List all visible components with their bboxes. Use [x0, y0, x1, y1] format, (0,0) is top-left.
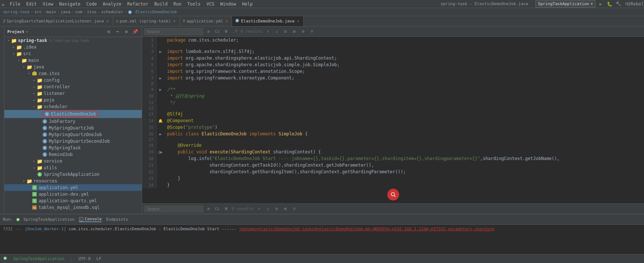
search-settings-icon[interactable]: ⚙	[300, 28, 307, 35]
java-icon-myspringtask: C	[42, 145, 48, 151]
search-sync-icon[interactable]: ⇄	[205, 28, 212, 35]
search-case-icon[interactable]: Cc	[214, 28, 221, 35]
run-label: Run: SpringTaskApplication	[3, 217, 75, 222]
sidebar-settings-icon[interactable]: ⚙	[123, 28, 130, 35]
search-next-icon[interactable]: ↓	[274, 28, 280, 35]
search-funnel-icon[interactable]: ▽	[309, 28, 315, 35]
search-filter-icon[interactable]: ⊞	[291, 28, 298, 35]
tab-close-elastic[interactable]: ×	[296, 19, 300, 24]
breadcrumb-src[interactable]: src	[34, 10, 41, 14]
tab-icon-spring-quartz: J	[3, 19, 5, 23]
breadcrumb-com[interactable]: com	[75, 10, 82, 14]
tree-utils[interactable]: ▸ 📁 utils	[4, 164, 142, 171]
tree-myspringquartz[interactable]: C MySpringQuartzJob	[4, 125, 142, 131]
tree-remindjob[interactable]: C RemindJob	[4, 151, 142, 158]
editor-search-input[interactable]	[144, 28, 203, 35]
search-word-icon[interactable]: W	[223, 28, 229, 35]
sidebar-collapse-icon[interactable]: —	[114, 28, 121, 35]
menu-refactor[interactable]: Refactor	[124, 0, 151, 8]
tree-listener[interactable]: ▸ 📁 listener	[4, 90, 142, 97]
run-button[interactable]: ▶	[597, 0, 604, 8]
bottom-funnel2-icon[interactable]: ▽	[291, 206, 298, 212]
project-toggle[interactable]: Project	[7, 29, 24, 34]
tree-idea[interactable]: ▸ 📁 .idea	[4, 44, 142, 50]
bottom-search-input[interactable]	[144, 206, 203, 212]
code-line-12: 12	[142, 106, 644, 111]
breadcrumb-java[interactable]: java	[61, 10, 70, 14]
tree-elasticdemo[interactable]: C ElasticDemoOneJob	[4, 110, 142, 118]
bottom-next-icon[interactable]: ↓	[265, 206, 271, 212]
menu-vcs[interactable]: VCS	[203, 0, 217, 8]
tab-close-yaml[interactable]: ×	[224, 19, 229, 24]
tree-pojo[interactable]: ▸ 📁 pojo	[4, 97, 142, 103]
run-log-details: jobname=elasticDemoOneJob,taskid=elastic…	[239, 227, 494, 231]
bottom-settings2-icon[interactable]: ⊞	[282, 206, 289, 212]
tab-elastic-demo[interactable]: E ElasticDemoOneJob.java ×	[232, 16, 304, 26]
tree-myspringquartzOne[interactable]: C MySpringQuartzOneJob	[4, 131, 142, 138]
tree-appdevyml[interactable]: Y application-dev.yml	[4, 191, 142, 198]
bottom-word-icon[interactable]: W	[223, 206, 229, 212]
sidebar-gear-icon[interactable]: ⚙	[105, 28, 112, 35]
tree-resources[interactable]: ▾ 📁 resources	[4, 178, 142, 184]
floating-search-button[interactable]	[387, 189, 399, 200]
tree-springtaskapplication[interactable]: A SpringTaskApplication	[4, 171, 142, 178]
tab-application-yml[interactable]: Y application.yml ×	[180, 16, 232, 26]
breadcrumb-itxs[interactable]: itxs	[87, 10, 97, 14]
code-line-22: 22 shardingContext.getShardingItem(),sha…	[142, 168, 644, 175]
tab-close-pom[interactable]: ×	[172, 19, 177, 24]
run-app-name: SpringTaskApplication	[23, 217, 75, 222]
menu-tools[interactable]: Tools	[184, 0, 203, 8]
code-editor[interactable]: 1 package com.itxs.scheduler; 2 3 ▶	[142, 37, 644, 203]
folder-icon-root: 📁	[11, 38, 17, 43]
console-tab[interactable]: >_ Console	[79, 217, 102, 222]
menu-window[interactable]: Window	[217, 0, 239, 8]
tree-scheduler[interactable]: ▾ 📁 scheduler	[4, 103, 142, 110]
debug-button[interactable]: 🐛	[606, 0, 613, 8]
tree-myspringtask[interactable]: C MySpringTask	[4, 145, 142, 151]
menu-navigate[interactable]: Navigate	[56, 0, 83, 8]
tab-spring-quartz[interactable]: J SpringQuartzYamlApplicationListener.ja…	[0, 16, 113, 26]
tree-jobfactory[interactable]: C JobFactory	[4, 118, 142, 125]
menu-run[interactable]: Run	[170, 0, 184, 8]
tree-myspringquartzSecond[interactable]: C MySpringQuartzSecondJob	[4, 138, 142, 145]
bottom-prev-icon[interactable]: ↑	[256, 206, 263, 212]
tree-root[interactable]: ▾ 📁 spring-task G:\dev\spring-task	[4, 37, 142, 44]
build-button[interactable]: 🔨	[615, 0, 622, 8]
search-match-case-icon[interactable]: ⊡	[282, 28, 289, 35]
breadcrumb-scheduler[interactable]: scheduler	[101, 10, 123, 14]
breadcrumb-project[interactable]: spring-task	[3, 10, 30, 14]
menu-analyze[interactable]: Analyze	[100, 0, 124, 8]
sidebar-pin-icon[interactable]: 📌	[131, 28, 139, 35]
menu-view[interactable]: View	[40, 0, 56, 8]
tab-bar: J SpringQuartzYamlApplicationListener.ja…	[0, 16, 644, 26]
menu-help[interactable]: Help	[239, 0, 256, 8]
tree-main[interactable]: ▾ 📁 main	[4, 57, 142, 64]
tree-appquartzyml[interactable]: Y application-quartz.yml	[4, 198, 142, 204]
tree-sql[interactable]: SQL tables_mysql_innodb.sql	[4, 204, 142, 211]
search-prev-icon[interactable]: ↑	[265, 28, 271, 35]
tree-label-main: main	[28, 58, 39, 63]
menu-code[interactable]: Code	[83, 0, 100, 8]
tree-java[interactable]: ▾ 📁 java	[4, 64, 142, 70]
project-dropdown[interactable]: ▾	[26, 29, 28, 34]
tree-appyml[interactable]: Y application.yml	[4, 184, 142, 191]
bottom-sync-icon[interactable]: ⇄	[205, 206, 212, 212]
tab-pom[interactable]: m pom.xml (spring-task) ×	[113, 16, 180, 26]
breadcrumb-file[interactable]: E ElasticDemoOneJob	[128, 10, 177, 14]
tab-close-spring-quartz[interactable]: ×	[105, 19, 110, 24]
menu-edit[interactable]: Edit	[23, 0, 40, 8]
tree-comitxs[interactable]: ▾ com.itxs	[4, 70, 142, 77]
menu-build[interactable]: Build	[151, 0, 170, 8]
bottom-filter-icon[interactable]: ⊡	[274, 206, 280, 212]
tree-service[interactable]: ▸ 📁 service	[4, 158, 142, 164]
bottom-case-icon[interactable]: Cc	[214, 206, 221, 212]
run-config-selector[interactable]: SpringTaskApplication ▾	[535, 0, 596, 8]
breadcrumb-main[interactable]: main	[46, 10, 56, 14]
code-line-16: 16 ▶ public class ElasticDemoOneJob impl…	[142, 131, 644, 137]
endpoints-tab[interactable]: Endpoints	[106, 217, 128, 222]
tree-src[interactable]: ▾ 📁 src	[4, 50, 142, 57]
menu-file[interactable]: File	[7, 0, 23, 8]
tree-controller[interactable]: ▸ 📁 controller	[4, 83, 142, 90]
search-regex-icon[interactable]: .*	[232, 28, 238, 35]
tree-config[interactable]: ▸ 📁 config	[4, 77, 142, 83]
